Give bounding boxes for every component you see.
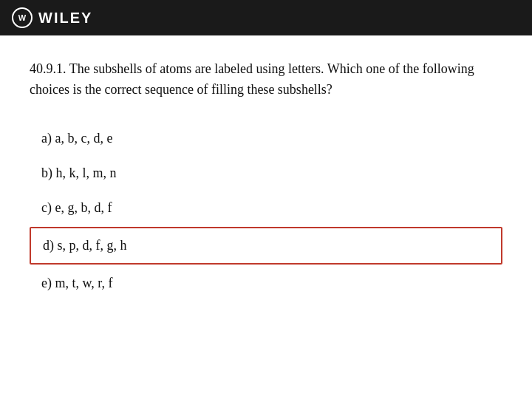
- choice-item-c[interactable]: c) e, g, b, d, f: [30, 191, 502, 225]
- question-full-text: 40.9.1. The subshells of atoms are label…: [30, 61, 474, 97]
- header-bar: W WILEY: [0, 0, 532, 35]
- wiley-circle-w: W: [18, 13, 26, 22]
- choice-item-a[interactable]: a) a, b, c, d, e: [30, 121, 502, 156]
- choice-item-e[interactable]: e) m, t, w, r, f: [30, 266, 502, 301]
- choice-item-d[interactable]: d) s, p, d, f, g, h: [30, 227, 502, 265]
- choices-list: a) a, b, c, d, eb) h, k, l, m, nc) e, g,…: [30, 121, 502, 301]
- main-content: 40.9.1. The subshells of atoms are label…: [0, 35, 532, 318]
- wiley-wordmark: WILEY: [38, 10, 92, 27]
- wiley-logo: W WILEY: [12, 7, 92, 28]
- choice-item-b[interactable]: b) h, k, l, m, n: [30, 156, 502, 191]
- wiley-circle-icon: W: [12, 7, 33, 28]
- question-text: 40.9.1. The subshells of atoms are label…: [30, 59, 502, 100]
